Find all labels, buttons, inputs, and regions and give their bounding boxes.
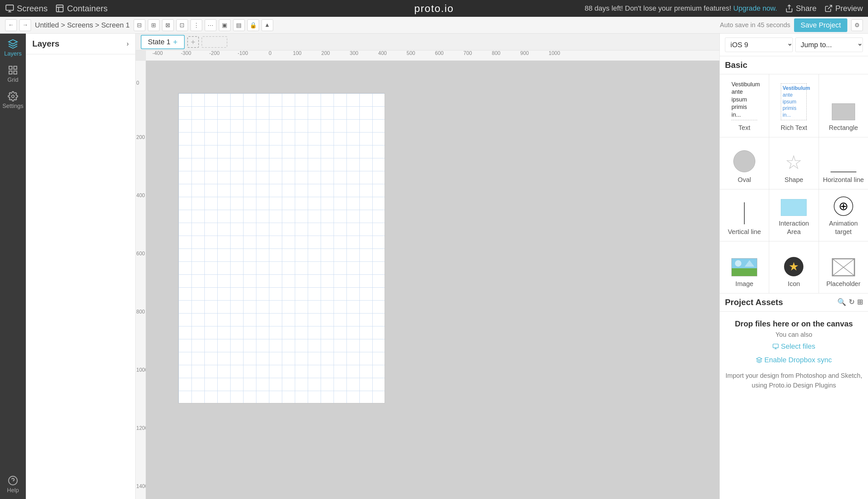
align-center-button[interactable]: ⊞ <box>148 20 160 31</box>
placeholder-widget-preview <box>832 258 855 276</box>
top-nav-right: 88 days left! Don't lose your premium fe… <box>585 4 863 13</box>
states-bar: State 1 + + <box>136 34 719 50</box>
widget-animation-label: Animation target <box>822 219 865 236</box>
redo-button[interactable]: → <box>20 20 31 31</box>
enable-dropbox-link[interactable]: Enable Dropbox sync <box>725 356 863 364</box>
right-panel: iOS 9 Jump to... Basic Vestibulumante ip… <box>719 34 868 499</box>
drop-zone-title: Drop files here or on the canvas <box>725 319 863 328</box>
distribute-h-button[interactable]: ⋮ <box>190 20 202 31</box>
widget-rich-text-label: Rich Text <box>781 123 807 132</box>
interaction-widget-preview <box>781 199 807 216</box>
top-nav: Screens Containers proto.io 88 days left… <box>0 0 868 17</box>
svg-rect-3 <box>14 66 17 69</box>
jump-to-select[interactable]: Jump to... <box>795 37 863 52</box>
assets-grid-icon[interactable]: ⊞ <box>857 298 863 306</box>
widget-icon[interactable]: ★ Icon <box>769 241 818 293</box>
state-add-icon[interactable]: + <box>173 37 178 47</box>
canvas-area: State 1 + + -400 -300 -200 -100 0 100 20… <box>136 34 719 499</box>
svg-rect-4 <box>9 71 12 74</box>
settings-icon[interactable]: ⚙ <box>851 20 863 31</box>
drop-zone: Drop files here or on the canvas You can… <box>720 312 868 398</box>
ungroup-button[interactable]: ▤ <box>233 20 245 31</box>
import-info: Import your design from Photoshop and Sk… <box>725 371 863 390</box>
widget-image-label: Image <box>735 280 753 288</box>
state-placeholder <box>201 36 227 48</box>
top-nav-left: Screens Containers <box>5 3 108 14</box>
svg-point-11 <box>735 260 741 267</box>
widget-rich-text[interactable]: Vestibulumante ipsumprimis in... Rich Te… <box>769 74 818 137</box>
canvas-surface <box>146 61 719 499</box>
widget-vline-label: Vertical line <box>728 228 761 236</box>
hline-widget-preview <box>831 172 856 172</box>
alignment-tools: ⊟ ⊞ ⊠ ⊡ ⋮ ⋯ ▣ ▤ 🔒 ▲ <box>134 20 273 31</box>
select-files-link[interactable]: Select files <box>725 342 863 351</box>
drop-zone-subtitle: You can also <box>725 331 863 338</box>
widget-animation-target[interactable]: ⊕ Animation target <box>819 190 868 241</box>
widgets-grid: Vestibulumante ipsumprimis in... Text Ve… <box>720 74 868 293</box>
image-widget-preview <box>731 258 757 276</box>
oval-widget-preview <box>733 150 755 172</box>
svg-rect-1 <box>56 5 63 12</box>
order-front-button[interactable]: ▲ <box>262 20 273 31</box>
widget-icon-label: Icon <box>788 280 800 288</box>
assets-icons: 🔍 ↻ ⊞ <box>837 298 863 306</box>
canvas-viewport[interactable] <box>146 61 719 499</box>
widget-text-label: Text <box>739 123 751 132</box>
widget-horizontal-line[interactable]: Horizontal line <box>819 137 868 189</box>
breadcrumb: Untitled > Screens > Screen 1 <box>35 21 130 29</box>
widget-interaction-area[interactable]: Interaction Area <box>769 190 818 241</box>
sidebar-layers-icon[interactable]: Layers <box>4 39 22 57</box>
rich-text-widget-preview: Vestibulumante ipsumprimis in... <box>781 83 807 120</box>
preview-button[interactable]: Preview <box>825 4 863 13</box>
second-toolbar: ← → Untitled > Screens > Screen 1 ⊟ ⊞ ⊠ … <box>0 17 868 34</box>
undo-button[interactable]: ← <box>5 20 17 31</box>
save-project-button[interactable]: Save Project <box>794 19 847 32</box>
sidebar-help-icon[interactable]: Help <box>7 475 19 494</box>
top-ruler: -400 -300 -200 -100 0 100 200 300 400 50… <box>146 50 719 61</box>
screens-nav-item[interactable]: Screens <box>5 3 48 14</box>
rectangle-widget-preview <box>832 104 855 120</box>
widget-vertical-line[interactable]: Vertical line <box>720 190 769 241</box>
group-button[interactable]: ▣ <box>219 20 230 31</box>
widget-oval[interactable]: Oval <box>720 137 769 189</box>
left-ruler: 0 200 400 600 800 1000 1200 1400 <box>136 61 146 499</box>
svg-rect-0 <box>6 5 13 10</box>
assets-refresh-icon[interactable]: ↻ <box>848 298 854 306</box>
state-1-tab[interactable]: State 1 + <box>141 35 185 49</box>
animation-widget-preview: ⊕ <box>834 196 853 216</box>
shape-widget-preview: ☆ <box>785 153 803 172</box>
widget-shape[interactable]: ☆ Shape <box>769 137 818 189</box>
widget-interaction-label: Interaction Area <box>772 219 815 236</box>
add-state-button[interactable]: + <box>187 36 199 48</box>
autosave-status: Auto save in 45 seconds <box>720 21 790 29</box>
widget-text[interactable]: Vestibulumante ipsumprimis in... Text <box>720 74 769 137</box>
lock-button[interactable]: 🔒 <box>247 20 259 31</box>
sidebar-grid-icon[interactable]: Grid <box>8 65 18 83</box>
svg-rect-5 <box>14 71 17 74</box>
star-icon: ★ <box>789 260 799 273</box>
widget-placeholder[interactable]: Placeholder <box>819 241 868 293</box>
share-button[interactable]: Share <box>785 4 817 13</box>
align-left-button[interactable]: ⊟ <box>134 20 145 31</box>
widget-image[interactable]: Image <box>720 241 769 293</box>
sidebar-settings-icon[interactable]: Settings <box>2 91 23 110</box>
widget-oval-label: Oval <box>738 175 751 184</box>
svg-rect-2 <box>9 66 12 69</box>
align-top-button[interactable]: ⊡ <box>176 20 188 31</box>
widget-shape-label: Shape <box>785 175 803 184</box>
text-widget-preview: Vestibulumante ipsumprimis in... <box>731 81 757 120</box>
device-select[interactable]: iOS 9 <box>725 37 793 52</box>
widget-rectangle[interactable]: Rectangle <box>819 74 868 137</box>
containers-nav-item[interactable]: Containers <box>55 3 108 14</box>
logo: proto.io <box>414 3 454 14</box>
assets-search-icon[interactable]: 🔍 <box>837 298 846 306</box>
canvas-grid[interactable] <box>178 93 385 403</box>
canvas-with-rulers: -400 -300 -200 -100 0 100 200 300 400 50… <box>136 50 719 499</box>
svg-rect-10 <box>732 268 757 276</box>
layers-header: Layers › <box>26 34 135 54</box>
upgrade-link[interactable]: Upgrade now. <box>733 4 777 12</box>
align-right-button[interactable]: ⊠ <box>162 20 174 31</box>
device-selector: iOS 9 Jump to... <box>720 34 868 56</box>
collapse-layers-button[interactable]: › <box>127 40 129 48</box>
distribute-v-button[interactable]: ⋯ <box>205 20 216 31</box>
